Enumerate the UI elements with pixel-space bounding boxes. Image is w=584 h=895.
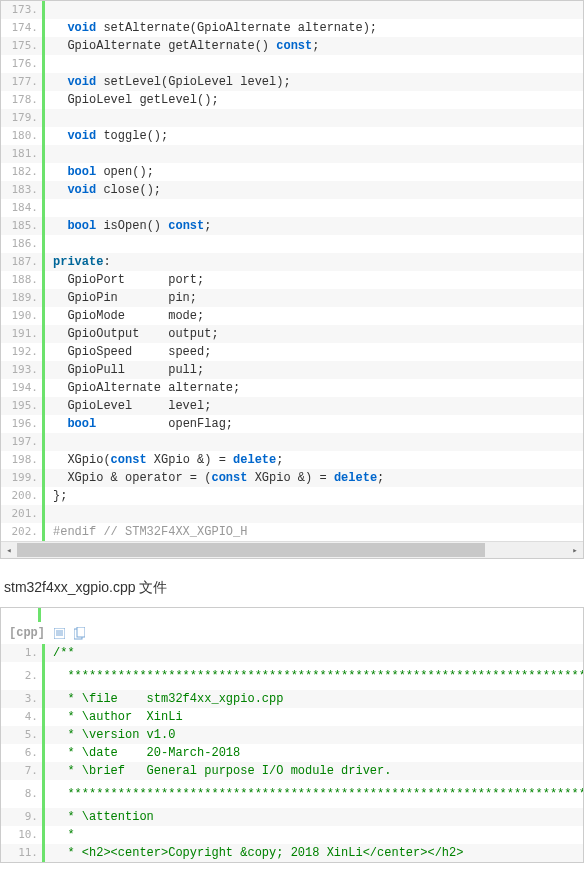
- code-content[interactable]: XGpio(const XGpio &) = delete;: [45, 451, 283, 469]
- code-content[interactable]: /**: [45, 644, 75, 662]
- line-number: 4.: [1, 708, 45, 726]
- code-content[interactable]: void setAlternate(GpioAlternate alternat…: [45, 19, 377, 37]
- code-content[interactable]: GpioSpeed speed;: [45, 343, 211, 361]
- code-content[interactable]: * \date 20-March-2018: [45, 744, 240, 762]
- code-content[interactable]: [45, 199, 67, 217]
- code-line: 193. GpioPull pull;: [1, 361, 583, 379]
- line-number: 177.: [1, 73, 45, 91]
- code-content[interactable]: [45, 1, 67, 19]
- code-lines-2: 1./**2. ********************************…: [1, 644, 583, 862]
- horizontal-scrollbar[interactable]: ◂ ▸: [1, 541, 583, 558]
- code-content[interactable]: [45, 433, 67, 451]
- line-number: 5.: [1, 726, 45, 744]
- code-content[interactable]: };: [45, 487, 67, 505]
- code-content[interactable]: GpioLevel level;: [45, 397, 211, 415]
- code-content[interactable]: [45, 505, 67, 523]
- code-line: 194. GpioAlternate alternate;: [1, 379, 583, 397]
- code-content[interactable]: [45, 235, 67, 253]
- code-lines-1: 173. 174. void setAlternate(GpioAlternat…: [1, 1, 583, 541]
- code-content[interactable]: * \brief General purpose I/O module driv…: [45, 762, 391, 780]
- code-line: 196. bool openFlag;: [1, 415, 583, 433]
- line-number: 180.: [1, 127, 45, 145]
- code-line: 181.: [1, 145, 583, 163]
- code-content[interactable]: * <h2><center>Copyright &copy; 2018 XinL…: [45, 844, 463, 862]
- line-number: 176.: [1, 55, 45, 73]
- code-line: 197.: [1, 433, 583, 451]
- code-line: 201.: [1, 505, 583, 523]
- code-content[interactable]: void close();: [45, 181, 161, 199]
- code-line: 7. * \brief General purpose I/O module d…: [1, 762, 583, 780]
- line-number: 10.: [1, 826, 45, 844]
- line-number: 2.: [1, 662, 45, 690]
- code-content[interactable]: bool open();: [45, 163, 154, 181]
- code-content[interactable]: GpioMode mode;: [45, 307, 204, 325]
- scroll-thumb[interactable]: [17, 543, 485, 557]
- line-number: 190.: [1, 307, 45, 325]
- code-line: 9. * \attention: [1, 808, 583, 826]
- line-number: 8.: [1, 780, 45, 808]
- code-line: 188. GpioPort port;: [1, 271, 583, 289]
- scroll-right-arrow[interactable]: ▸: [567, 542, 583, 558]
- code-content[interactable]: GpioPin pin;: [45, 289, 197, 307]
- line-number: 196.: [1, 415, 45, 433]
- code-content[interactable]: [45, 109, 67, 127]
- code-content[interactable]: ****************************************…: [45, 780, 583, 808]
- code-content[interactable]: private:: [45, 253, 111, 271]
- green-strip: [38, 608, 583, 622]
- line-number: 182.: [1, 163, 45, 181]
- code-line: 4. * \author XinLi: [1, 708, 583, 726]
- code-content[interactable]: void setLevel(GpioLevel level);: [45, 73, 291, 91]
- code-content[interactable]: GpioPort port;: [45, 271, 204, 289]
- line-number: 6.: [1, 744, 45, 762]
- code-content[interactable]: ****************************************…: [45, 662, 583, 690]
- scroll-left-arrow[interactable]: ◂: [1, 542, 17, 558]
- code-content[interactable]: * \file stm32f4xx_xgpio.cpp: [45, 690, 283, 708]
- code-line: 202.#endif // STM32F4XX_XGPIO_H: [1, 523, 583, 541]
- code-line: 175. GpioAlternate getAlternate() const;: [1, 37, 583, 55]
- view-plain-icon[interactable]: [53, 627, 65, 639]
- code-content[interactable]: GpioAlternate getAlternate() const;: [45, 37, 319, 55]
- code-line: 179.: [1, 109, 583, 127]
- line-number: 1.: [1, 644, 45, 662]
- code-content[interactable]: [45, 145, 67, 163]
- code-line: 189. GpioPin pin;: [1, 289, 583, 307]
- code-block-2: [cpp] 1./**2. **************************…: [0, 607, 584, 863]
- code-line: 183. void close();: [1, 181, 583, 199]
- line-number: 192.: [1, 343, 45, 361]
- code-content[interactable]: GpioPull pull;: [45, 361, 204, 379]
- code-line: 178. GpioLevel getLevel();: [1, 91, 583, 109]
- line-number: 179.: [1, 109, 45, 127]
- code-content[interactable]: GpioOutput output;: [45, 325, 219, 343]
- line-number: 184.: [1, 199, 45, 217]
- code-line: 191. GpioOutput output;: [1, 325, 583, 343]
- line-number: 198.: [1, 451, 45, 469]
- line-number: 183.: [1, 181, 45, 199]
- line-number: 3.: [1, 690, 45, 708]
- line-number: 174.: [1, 19, 45, 37]
- code-content[interactable]: [45, 55, 67, 73]
- code-line: 2. *************************************…: [1, 662, 583, 690]
- copy-icon[interactable]: [73, 627, 85, 639]
- code-content[interactable]: XGpio & operator = (const XGpio &) = del…: [45, 469, 384, 487]
- code-content[interactable]: GpioLevel getLevel();: [45, 91, 219, 109]
- code-line: 3. * \file stm32f4xx_xgpio.cpp: [1, 690, 583, 708]
- line-number: 199.: [1, 469, 45, 487]
- code-block-1: 173. 174. void setAlternate(GpioAlternat…: [0, 0, 584, 559]
- code-content[interactable]: bool openFlag;: [45, 415, 233, 433]
- code-content[interactable]: * \attention: [45, 808, 154, 826]
- code-content[interactable]: * \version v1.0: [45, 726, 175, 744]
- code-header: [cpp]: [1, 622, 583, 644]
- code-line: 195. GpioLevel level;: [1, 397, 583, 415]
- code-line: 174. void setAlternate(GpioAlternate alt…: [1, 19, 583, 37]
- code-content[interactable]: GpioAlternate alternate;: [45, 379, 240, 397]
- scroll-track[interactable]: [17, 542, 567, 558]
- code-line: 11. * <h2><center>Copyright &copy; 2018 …: [1, 844, 583, 862]
- code-content[interactable]: #endif // STM32F4XX_XGPIO_H: [45, 523, 247, 541]
- line-number: 191.: [1, 325, 45, 343]
- code-content[interactable]: *: [45, 826, 75, 844]
- code-content[interactable]: bool isOpen() const;: [45, 217, 211, 235]
- line-number: 193.: [1, 361, 45, 379]
- line-number: 189.: [1, 289, 45, 307]
- code-content[interactable]: * \author XinLi: [45, 708, 183, 726]
- code-content[interactable]: void toggle();: [45, 127, 168, 145]
